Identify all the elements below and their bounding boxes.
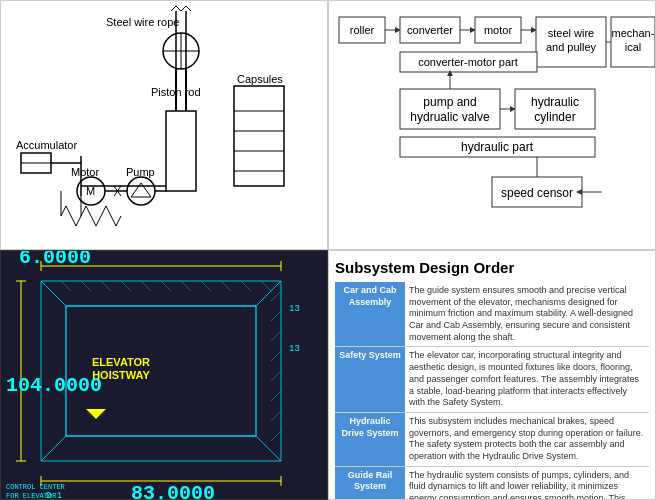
- subsystem-desc-cell: This subsystem includes mechanical brake…: [405, 412, 649, 466]
- svg-text:converter: converter: [407, 24, 453, 36]
- svg-text:CONTROL CENTER: CONTROL CENTER: [6, 483, 66, 491]
- svg-text:hydraulic part: hydraulic part: [461, 140, 534, 154]
- subsystem-design-panel: Subsystem Design Order Car and Cab Assem…: [328, 250, 656, 500]
- subsystem-row: Car and Cab AssemblyThe guide system ens…: [335, 282, 649, 347]
- svg-text:13: 13: [289, 304, 300, 314]
- cad-svg: 6.0000 104.0000 83.0000 ELEVATOR HOISTWA…: [1, 251, 328, 500]
- svg-text:ical: ical: [625, 41, 642, 53]
- svg-text:converter-motor part: converter-motor part: [418, 56, 518, 68]
- svg-text:6.0000: 6.0000: [19, 251, 91, 269]
- svg-text:Pump: Pump: [126, 166, 155, 178]
- subsystem-name-cell: Hydraulic Drive System: [335, 412, 405, 466]
- svg-text:cylinder: cylinder: [534, 110, 575, 124]
- main-grid: Steel wire rope Capsules Piston rod: [0, 0, 656, 500]
- svg-rect-0: [1, 1, 328, 250]
- svg-text:104.0000: 104.0000: [6, 374, 102, 397]
- subsystem-row: Safety SystemThe elevator car, incorpora…: [335, 347, 649, 412]
- svg-text:ELEVATOR: ELEVATOR: [92, 356, 150, 368]
- svg-text:13: 13: [289, 344, 300, 354]
- subsystem-row: Guide Rail SystemThe hydraulic system co…: [335, 466, 649, 500]
- svg-text:Accumulator: Accumulator: [16, 139, 77, 151]
- subsystem-name-cell: Guide Rail System: [335, 466, 405, 500]
- svg-text:Motor: Motor: [71, 166, 99, 178]
- svg-text:hydrualic valve: hydrualic valve: [410, 110, 490, 124]
- svg-text:HOISTWAY: HOISTWAY: [92, 369, 150, 381]
- svg-text:roller: roller: [350, 24, 375, 36]
- block-diagram-panel: roller converter motor steel wire: [328, 0, 656, 250]
- svg-text:motor: motor: [484, 24, 512, 36]
- subsystem-desc-cell: The hydraulic system consists of pumps, …: [405, 466, 649, 500]
- cad-drawing-panel: 6.0000 104.0000 83.0000 ELEVATOR HOISTWA…: [0, 250, 328, 500]
- svg-text:M: M: [86, 185, 95, 197]
- subsystem-name-cell: Car and Cab Assembly: [335, 282, 405, 347]
- hydraulic-diagram-panel: Steel wire rope Capsules Piston rod: [0, 0, 328, 250]
- svg-text:pump and: pump and: [423, 95, 476, 109]
- svg-text:mechan-: mechan-: [612, 27, 655, 39]
- subsystem-row: Hydraulic Drive SystemThis subsystem inc…: [335, 412, 649, 466]
- subsystem-name-cell: Safety System: [335, 347, 405, 412]
- hydraulic-svg: Steel wire rope Capsules Piston rod: [1, 1, 328, 250]
- svg-text:and pulley: and pulley: [546, 41, 597, 53]
- subsystem-desc-cell: The guide system ensures smooth and prec…: [405, 282, 649, 347]
- svg-text:Capsules: Capsules: [237, 73, 283, 85]
- block-diagram-svg: roller converter motor steel wire: [337, 9, 656, 250]
- svg-text:D 1: D 1: [46, 491, 62, 500]
- subsystem-table: Car and Cab AssemblyThe guide system ens…: [335, 282, 649, 500]
- svg-text:83.0000: 83.0000: [131, 482, 215, 500]
- svg-text:hydraulic: hydraulic: [531, 95, 579, 109]
- subsystem-desc-cell: The elevator car, incorporating structur…: [405, 347, 649, 412]
- svg-text:steel wire: steel wire: [548, 27, 594, 39]
- svg-text:speed censor: speed censor: [501, 186, 573, 200]
- subsystem-title: Subsystem Design Order: [335, 259, 649, 276]
- steel-wire-label: Steel wire rope: [106, 16, 179, 28]
